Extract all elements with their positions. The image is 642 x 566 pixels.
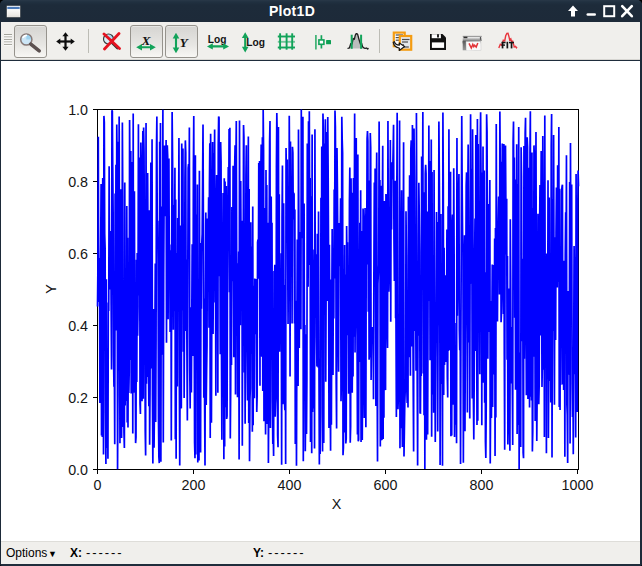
svg-text:X: X xyxy=(140,33,151,48)
svg-text:200: 200 xyxy=(182,477,206,493)
svg-text:X: X xyxy=(332,496,342,512)
svg-text:0.2: 0.2 xyxy=(68,390,88,406)
svg-text:1.0: 1.0 xyxy=(68,102,88,118)
svg-text:0.8: 0.8 xyxy=(68,174,88,190)
svg-text:Y: Y xyxy=(43,284,59,294)
svg-text:Log: Log xyxy=(208,34,227,45)
svg-text:Log: Log xyxy=(246,37,265,48)
svg-text:0.0: 0.0 xyxy=(68,462,88,478)
svg-text:0: 0 xyxy=(94,477,102,493)
svg-text:600: 600 xyxy=(374,477,398,493)
svg-text:1000: 1000 xyxy=(562,477,594,493)
svg-text:Y: Y xyxy=(180,35,190,50)
svg-text:400: 400 xyxy=(278,477,302,493)
svg-text:800: 800 xyxy=(470,477,494,493)
svg-text:0.4: 0.4 xyxy=(68,318,88,334)
svg-text:0.6: 0.6 xyxy=(68,246,88,262)
